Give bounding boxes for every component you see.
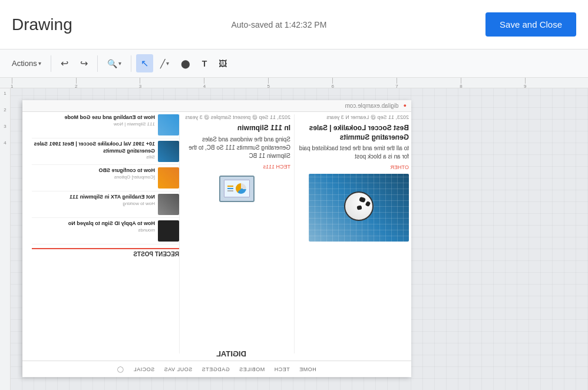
- screen: [224, 180, 250, 197]
- ruler-mark-2: 2: [4, 107, 6, 124]
- sidebar-title-2: 10+ 1991 Val Lookalike Soccer | Best 199…: [32, 141, 155, 154]
- sidebar-item-4: Not Enabling ATX in Slipmwin 111 How to …: [32, 194, 179, 218]
- article2-tag: TECH 111s: [183, 164, 290, 170]
- shape-icon: ⬤: [181, 59, 190, 68]
- ruler-mark-4: 4: [4, 140, 6, 157]
- thumb-bg-1: [158, 114, 179, 135]
- toolbar-separator-3: [131, 55, 131, 72]
- sidebar-column: How to Enabling and use God Mode 111 Sli…: [32, 114, 179, 353]
- sidebar-thumb-2: [158, 141, 179, 162]
- line-tool-button[interactable]: ╱ ▾: [156, 55, 174, 72]
- embedded-page-header: ● digilab.example.com: [22, 100, 411, 112]
- app-header: Drawing Auto-saved at 1:42:32 PM Save an…: [0, 0, 588, 49]
- sidebar-thumb-4: [158, 194, 179, 215]
- article2-excerpt: Sping and the windows and Sales Generati…: [183, 135, 290, 160]
- ruler-tick-7: 8: [460, 78, 462, 88]
- sidebar-cat-3: [Computer] Options: [32, 174, 155, 180]
- undo-icon: ↩: [61, 58, 68, 69]
- zoom-dropdown-arrow: ▾: [118, 60, 121, 67]
- article1-meta: 2023, 11 Sep @ Learner N 3 years: [298, 114, 409, 120]
- image-icon: 🖼: [219, 59, 227, 68]
- sidebar-item-5: How to Apply ID Sign to played No mounds: [32, 220, 179, 244]
- image-tool-button[interactable]: 🖼: [214, 55, 232, 72]
- undo-button[interactable]: ↩: [56, 54, 73, 72]
- nav-gadgets: GADGETS: [201, 366, 230, 372]
- nav-soul-vas: SOUL VAS: [164, 366, 192, 372]
- thumb-bg-2: [158, 141, 179, 162]
- sidebar-title-3: How to configure SBO: [32, 167, 155, 174]
- redo-button[interactable]: ↪: [75, 54, 93, 72]
- sidebar-text-5: How to Apply ID Sign to played No mounds: [32, 220, 155, 242]
- article2-title: In 111 Slipmwin: [183, 124, 290, 133]
- sidebar-text-4: Not Enabling ATX in Slipmwin 111 How to …: [32, 194, 155, 215]
- drawing-canvas[interactable]: ● digilab.example.com 2023, 11 Sep @ Lea…: [11, 88, 588, 390]
- nav-tech: TECH: [274, 366, 290, 372]
- sidebar-text-3: How to configure SBO [Computer] Options: [32, 167, 155, 189]
- sidebar-title-1: How to Enabling and use God Mode: [32, 114, 155, 121]
- thumb-bg-5: [158, 220, 179, 242]
- sidebar-text-1: How to Enabling and use God Mode 111 Sli…: [32, 114, 155, 135]
- sidebar-cat-1: 111 Slipmwin | Now: [32, 121, 155, 127]
- line-dropdown-arrow: ▾: [166, 60, 169, 67]
- app-title: Drawing: [12, 15, 72, 34]
- sidebar-item-2: 10+ 1991 Val Lookalike Soccer | Best 199…: [32, 141, 179, 165]
- redo-icon: ↪: [80, 58, 88, 69]
- embedded-logo: ●: [404, 103, 407, 109]
- actions-menu-button[interactable]: Actions ▾: [7, 55, 46, 71]
- ruler-tick-3: 4: [203, 78, 206, 88]
- football-image: [309, 174, 409, 242]
- sidebar-cat-4: How to working: [32, 201, 155, 206]
- ball: [344, 191, 374, 221]
- zoom-icon: 🔍: [107, 59, 117, 68]
- shape-tool-button[interactable]: ⬤: [176, 55, 195, 72]
- save-close-button[interactable]: Save and Close: [485, 12, 576, 37]
- nav-search-icon: ◯: [117, 366, 124, 372]
- sidebar-item-1: How to Enabling and use God Mode 111 Sli…: [32, 114, 179, 138]
- nav-home: HOME: [299, 366, 316, 372]
- site-title: DiGital: [216, 349, 246, 358]
- horizontal-ruler: // Will be generated by JS below 1234567…: [0, 78, 588, 88]
- actions-dropdown-arrow: ▾: [38, 60, 41, 67]
- thumb-bg-3: [158, 167, 179, 189]
- left-article-column: 2023, 11 Sep @ Learner N 3 years Best So…: [294, 114, 409, 353]
- embedded-webpage: ● digilab.example.com 2023, 11 Sep @ Lea…: [22, 100, 411, 377]
- zoom-button[interactable]: 🔍 ▾: [103, 55, 126, 72]
- sidebar-cat-2: Sills: [32, 154, 155, 160]
- ruler-tick-1: 2: [75, 78, 77, 88]
- ruler-tick-0: 1: [11, 78, 13, 88]
- select-icon: ↖: [141, 58, 148, 69]
- text-tool-button[interactable]: T: [197, 55, 212, 72]
- article2-meta: 2023, 11 Sep @ present Samples @ 3 years: [183, 114, 290, 120]
- thumb-bg-4: [158, 194, 179, 215]
- ruler-tick-2: 3: [139, 78, 141, 88]
- article1-tag: OTHER: [298, 164, 409, 170]
- sidebar-thumb-3: [158, 167, 179, 189]
- sidebar-item-3: How to configure SBO [Computer] Options: [32, 167, 179, 191]
- embedded-url: digilab.example.com: [345, 103, 398, 109]
- toolbar-separator-2: [97, 55, 98, 72]
- sidebar-title-5: How to Apply ID Sign to played No: [32, 220, 155, 227]
- drawing-toolbar: Actions ▾ ↩ ↪ 🔍 ▾ ↖ ╱ ▾ ⬤ T 🖼: [0, 49, 588, 78]
- computer-icon: [219, 176, 255, 202]
- nav-social: SOCIAL: [133, 366, 154, 372]
- middle-article-column: 2023, 11 Sep @ present Samples @ 3 years…: [179, 114, 294, 353]
- sidebar-thumb-5: [158, 220, 179, 242]
- nav-mobiles: MOBILES: [239, 366, 265, 372]
- article1-title: Best Soccer Lookalike | Sales Generating…: [298, 124, 409, 142]
- sidebar-cat-5: mounds: [32, 227, 155, 233]
- embedded-bottom-nav: HOME TECH MOBILES GADGETS SOUL VAS SOCIA…: [22, 361, 411, 377]
- sidebar-title-4: Not Enabling ATX in Slipmwin 111: [32, 194, 155, 201]
- auto-save-status: Auto-saved at 1:42:32 PM: [72, 20, 485, 29]
- article1-excerpt: to all the time and the best backlisted …: [298, 144, 409, 161]
- ruler-mark-1: 1: [4, 91, 6, 107]
- sidebar-thumb-1: [158, 114, 179, 135]
- actions-label: Actions: [12, 59, 37, 68]
- line-icon: ╱: [160, 59, 165, 68]
- select-tool-button[interactable]: ↖: [136, 54, 153, 72]
- ruler-tick-6: 7: [395, 78, 398, 88]
- sidebar-text-2: 10+ 1991 Val Lookalike Soccer | Best 199…: [32, 141, 155, 162]
- computer-image-area: [183, 176, 290, 202]
- text-icon: T: [202, 59, 207, 68]
- ruler-mark-3: 3: [4, 124, 6, 140]
- ruler-tick-4: 5: [267, 78, 270, 88]
